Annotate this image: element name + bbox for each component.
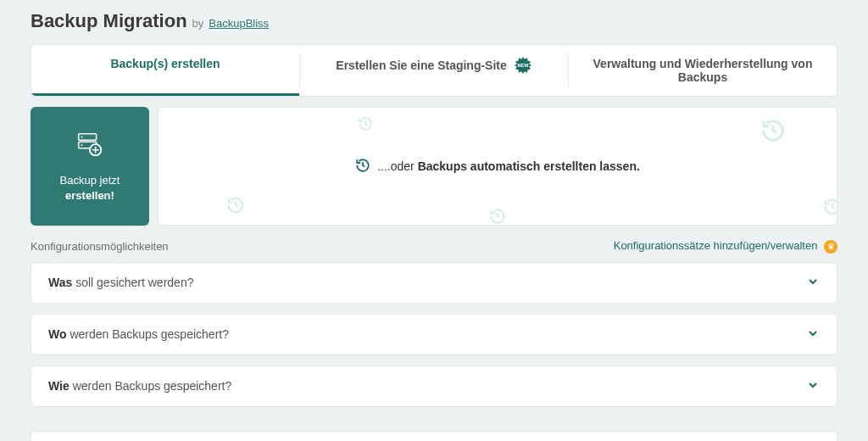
accordion-other[interactable]: Andere Optionen	[31, 431, 837, 441]
page-root: Backup Migration by BackupBliss Backup(s…	[0, 0, 868, 441]
config-sets-link[interactable]: Konfigurationssätze hinzufügen/verwalten	[614, 239, 818, 252]
main-tabs: Backup(s) erstellen Erstellen Sie eine S…	[31, 44, 837, 97]
config-row: Konfigurationsmöglichkeiten Konfiguratio…	[31, 239, 837, 254]
auto-backup-label: ....oder Backups automatisch erstellten …	[355, 158, 640, 176]
create-backup-label: Backup jetzt erstellen!	[60, 173, 120, 203]
tab-create-backup[interactable]: Backup(s) erstellen	[31, 45, 299, 96]
author-link[interactable]: BackupBliss	[209, 17, 269, 30]
clock-icon	[358, 116, 373, 135]
accordion-where-label: Wo werden Backups gespeichert?	[48, 327, 229, 341]
accordion-what[interactable]: Was soll gesichert werden?	[31, 262, 837, 304]
accordion-where[interactable]: Wo werden Backups gespeichert?	[31, 314, 837, 355]
clock-icon	[823, 198, 837, 220]
by-label: by	[192, 17, 204, 30]
auto-backup-card[interactable]: ....oder Backups automatisch erstellten …	[158, 107, 837, 226]
tab-manage-restore[interactable]: Verwaltung und Wiederherstellung von Bac…	[569, 45, 837, 96]
server-backup-icon	[74, 129, 106, 165]
create-backup-card[interactable]: Backup jetzt erstellen!	[31, 107, 149, 226]
accordion-how-label: Wie werden Backups gespeichert?	[48, 379, 231, 393]
svg-point-5	[81, 145, 83, 147]
hero-row: Backup jetzt erstellen!	[31, 107, 837, 226]
clock-icon	[226, 196, 245, 218]
chevron-down-icon	[806, 275, 820, 291]
accordion-how[interactable]: Wie werden Backups gespeichert?	[31, 366, 837, 407]
config-options-label: Konfigurationsmöglichkeiten	[31, 240, 169, 253]
new-badge-icon: NEW	[514, 56, 532, 75]
chevron-down-icon	[806, 378, 820, 394]
clock-icon	[760, 118, 786, 147]
accordion-what-label: Was soll gesichert werden?	[48, 276, 193, 289]
svg-text:NEW: NEW	[517, 63, 529, 68]
crown-icon: ♛	[824, 240, 837, 254]
page-title: Backup Migration	[31, 10, 187, 32]
tab-staging-site[interactable]: Erstellen Sie eine Staging-Site NEW	[300, 45, 568, 96]
clock-icon	[489, 208, 506, 226]
tab-staging-label: Erstellen Sie eine Staging-Site	[336, 59, 507, 72]
clock-icon	[355, 158, 370, 176]
svg-point-4	[81, 137, 83, 138]
chevron-down-icon	[806, 327, 820, 343]
page-header: Backup Migration by BackupBliss	[31, 10, 837, 32]
